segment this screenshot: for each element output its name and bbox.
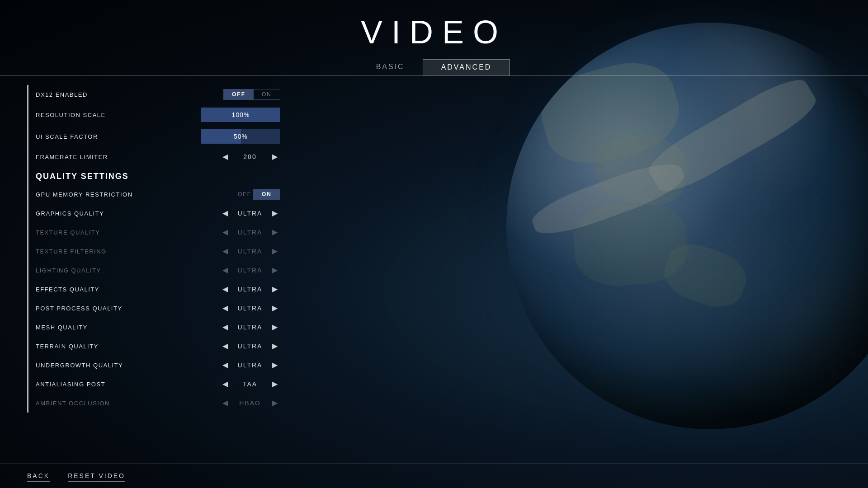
tab-basic[interactable]: BASIC: [358, 59, 423, 75]
lighting-quality-label: LIGHTING QUALITY: [36, 267, 220, 274]
setting-post-process: POST PROCESS QUALITY ◀ ULTRA ▶: [28, 299, 280, 318]
settings-list: DX12 ENABLED OFF ON RESOLUTION SCALE 100…: [27, 85, 280, 413]
ui-scale-slider[interactable]: 50%: [201, 129, 280, 144]
lighting-quality-control: ◀ ULTRA ▶: [220, 265, 280, 276]
dx12-on-btn[interactable]: ON: [254, 89, 280, 99]
terrain-quality-right[interactable]: ▶: [269, 341, 280, 352]
setting-antialiasing: ANTIALIASING POST ◀ TAA ▶: [28, 375, 280, 394]
dx12-off-btn[interactable]: OFF: [224, 89, 254, 99]
gpu-memory-toggle: OFF ON: [238, 189, 280, 200]
setting-graphics-quality: GRAPHICS QUALITY ◀ ULTRA ▶: [28, 204, 280, 223]
undergrowth-quality-control: ◀ ULTRA ▶: [220, 360, 280, 371]
undergrowth-quality-label: UNDERGROWTH QUALITY: [36, 362, 220, 369]
gpu-memory-toggle-wrapper: ON: [253, 189, 280, 200]
antialiasing-value: TAA: [234, 380, 266, 388]
setting-dx12: DX12 ENABLED OFF ON: [28, 85, 280, 104]
framerate-left-arrow[interactable]: ◀: [220, 151, 231, 162]
undergrowth-quality-value: ULTRA: [234, 361, 266, 369]
quality-settings-header: QUALITY SETTINGS: [28, 166, 280, 185]
setting-mesh-quality: MESH QUALITY ◀ ULTRA ▶: [28, 318, 280, 337]
footer: BACK RESET VIDEO: [0, 464, 868, 488]
gpu-on-btn[interactable]: ON: [254, 189, 280, 199]
setting-gpu-memory: GPU MEMORY RESTRICTION OFF ON: [28, 185, 280, 204]
setting-terrain-quality: TERRAIN QUALITY ◀ ULTRA ▶: [28, 337, 280, 356]
setting-effects-quality: EFFECTS QUALITY ◀ ULTRA ▶: [28, 280, 280, 299]
effects-quality-control: ◀ ULTRA ▶: [220, 284, 280, 295]
texture-quality-left[interactable]: ◀: [220, 227, 231, 238]
content-area: VIDEO BASIC ADVANCED DX12 ENABLED OFF ON…: [0, 0, 868, 488]
antialiasing-left[interactable]: ◀: [220, 379, 231, 389]
dx12-label: DX12 ENABLED: [36, 91, 223, 98]
framerate-right-arrow[interactable]: ▶: [269, 151, 280, 162]
lighting-quality-right[interactable]: ▶: [269, 265, 280, 276]
setting-framerate-limiter: FRAMERATE LIMITER ◀ 200 ▶: [28, 147, 280, 166]
graphics-quality-control: ◀ ULTRA ▶: [220, 208, 280, 219]
ambient-occlusion-right[interactable]: ▶: [269, 398, 280, 408]
post-process-label: POST PROCESS QUALITY: [36, 305, 220, 312]
framerate-value: 200: [234, 153, 266, 160]
lighting-quality-value: ULTRA: [234, 267, 266, 274]
graphics-quality-left[interactable]: ◀: [220, 208, 231, 219]
back-button[interactable]: BACK: [27, 470, 50, 482]
texture-filtering-control: ◀ ULTRA ▶: [220, 246, 280, 257]
effects-quality-label: EFFECTS QUALITY: [36, 286, 220, 293]
terrain-quality-label: TERRAIN QUALITY: [36, 343, 220, 350]
effects-quality-value: ULTRA: [234, 286, 266, 293]
ui-scale-label: UI SCALE FACTOR: [36, 133, 201, 140]
antialiasing-label: ANTIALIASING POST: [36, 381, 220, 388]
terrain-quality-control: ◀ ULTRA ▶: [220, 341, 280, 352]
post-process-value: ULTRA: [234, 305, 266, 312]
lighting-quality-left[interactable]: ◀: [220, 265, 231, 276]
terrain-quality-value: ULTRA: [234, 343, 266, 350]
antialiasing-control: ◀ TAA ▶: [220, 379, 280, 389]
effects-quality-left[interactable]: ◀: [220, 284, 231, 295]
ambient-occlusion-value: HBAO: [234, 399, 266, 407]
texture-filtering-value: ULTRA: [234, 248, 266, 255]
gpu-off-label: OFF: [238, 191, 251, 197]
ambient-occlusion-left[interactable]: ◀: [220, 398, 231, 408]
texture-quality-control: ◀ ULTRA ▶: [220, 227, 280, 238]
texture-filtering-label: TEXTURE FILTERING: [36, 248, 220, 255]
reset-video-button[interactable]: RESET VIDEO: [68, 470, 125, 482]
post-process-right[interactable]: ▶: [269, 303, 280, 314]
tab-bar: BASIC ADVANCED: [0, 59, 868, 76]
ambient-occlusion-control: ◀ HBAO ▶: [220, 398, 280, 408]
setting-resolution-scale: RESOLUTION SCALE 100%: [28, 104, 280, 126]
mesh-quality-control: ◀ ULTRA ▶: [220, 322, 280, 333]
texture-filtering-right[interactable]: ▶: [269, 246, 280, 257]
page-title: VIDEO: [361, 14, 507, 51]
graphics-quality-label: GRAPHICS QUALITY: [36, 210, 220, 217]
undergrowth-quality-left[interactable]: ◀: [220, 360, 231, 371]
texture-filtering-left[interactable]: ◀: [220, 246, 231, 257]
ui-scale-value: 50%: [234, 133, 248, 140]
framerate-limiter-label: FRAMERATE LIMITER: [36, 154, 220, 160]
setting-ui-scale: UI SCALE FACTOR 50%: [28, 126, 280, 147]
gpu-memory-label: GPU MEMORY RESTRICTION: [36, 191, 238, 198]
post-process-left[interactable]: ◀: [220, 303, 231, 314]
terrain-quality-left[interactable]: ◀: [220, 341, 231, 352]
resolution-scale-slider[interactable]: 100%: [201, 108, 280, 122]
effects-quality-right[interactable]: ▶: [269, 284, 280, 295]
undergrowth-quality-right[interactable]: ▶: [269, 360, 280, 371]
dx12-toggle: OFF ON: [223, 89, 280, 100]
setting-texture-filtering: TEXTURE FILTERING ◀ ULTRA ▶: [28, 242, 280, 261]
texture-quality-value: ULTRA: [234, 229, 266, 236]
settings-panel: DX12 ENABLED OFF ON RESOLUTION SCALE 100…: [27, 85, 280, 413]
setting-ambient-occlusion: AMBIENT OCCLUSION ◀ HBAO ▶: [28, 394, 280, 413]
framerate-limiter-control: ◀ 200 ▶: [220, 151, 280, 162]
post-process-control: ◀ ULTRA ▶: [220, 303, 280, 314]
ambient-occlusion-label: AMBIENT OCCLUSION: [36, 400, 220, 407]
setting-lighting-quality: LIGHTING QUALITY ◀ ULTRA ▶: [28, 261, 280, 280]
antialiasing-right[interactable]: ▶: [269, 379, 280, 389]
resolution-scale-label: RESOLUTION SCALE: [36, 112, 201, 118]
resolution-scale-value: 100%: [232, 111, 250, 118]
mesh-quality-right[interactable]: ▶: [269, 322, 280, 333]
setting-texture-quality: TEXTURE QUALITY ◀ ULTRA ▶: [28, 223, 280, 242]
texture-quality-right[interactable]: ▶: [269, 227, 280, 238]
mesh-quality-value: ULTRA: [234, 324, 266, 331]
setting-undergrowth-quality: UNDERGROWTH QUALITY ◀ ULTRA ▶: [28, 356, 280, 375]
texture-quality-label: TEXTURE QUALITY: [36, 229, 220, 236]
tab-advanced[interactable]: ADVANCED: [423, 59, 510, 76]
mesh-quality-left[interactable]: ◀: [220, 322, 231, 333]
graphics-quality-right[interactable]: ▶: [269, 208, 280, 219]
